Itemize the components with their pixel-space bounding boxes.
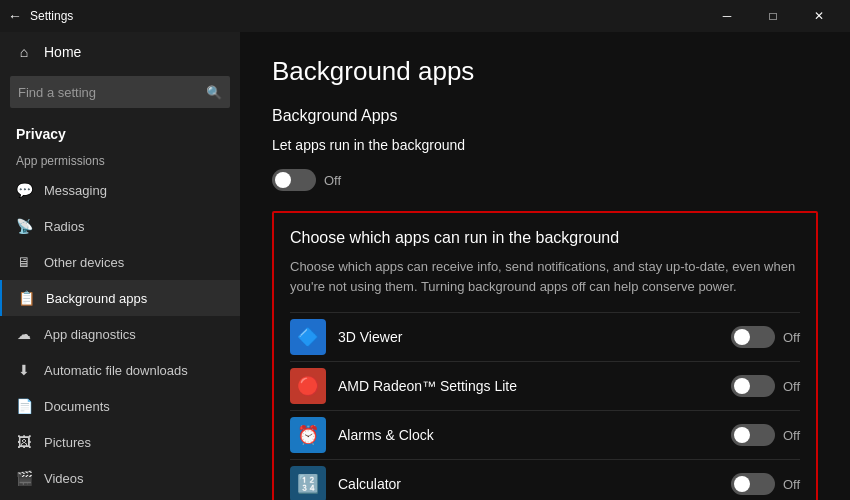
sidebar-item-other-devices[interactable]: 🖥 Other devices bbox=[0, 244, 240, 280]
sidebar-item-label: Other devices bbox=[44, 255, 124, 270]
main-toggle-wrap[interactable]: Off bbox=[272, 169, 818, 191]
auto-downloads-icon: ⬇ bbox=[16, 362, 32, 378]
app-item-3d-viewer: 🔷 3D Viewer Off bbox=[290, 312, 800, 361]
title-bar: ← Settings ─ □ ✕ bbox=[0, 0, 850, 32]
app-toggle-calculator[interactable]: Off bbox=[731, 473, 800, 495]
app-name-3d-viewer: 3D Viewer bbox=[338, 329, 731, 345]
videos-icon: 🎬 bbox=[16, 470, 32, 486]
toggle-state-amd-radeon: Off bbox=[783, 379, 800, 394]
sidebar-item-label: Documents bbox=[44, 399, 110, 414]
toggle-state-3d-viewer: Off bbox=[783, 330, 800, 345]
main-toggle-state: Off bbox=[324, 173, 341, 188]
sidebar-item-auto-downloads[interactable]: ⬇ Automatic file downloads bbox=[0, 352, 240, 388]
app-name-alarms-clock: Alarms & Clock bbox=[338, 427, 731, 443]
main-toggle-switch[interactable] bbox=[272, 169, 316, 191]
sidebar-item-label: App diagnostics bbox=[44, 327, 136, 342]
sidebar: ⌂ Home 🔍 Privacy App permissions 💬 Messa… bbox=[0, 32, 240, 500]
sidebar-item-home[interactable]: ⌂ Home bbox=[0, 32, 240, 72]
radios-icon: 📡 bbox=[16, 218, 32, 234]
app-toggle-alarms-clock[interactable]: Off bbox=[731, 424, 800, 446]
sidebar-item-documents[interactable]: 📄 Documents bbox=[0, 388, 240, 424]
minimize-button[interactable]: ─ bbox=[704, 0, 750, 32]
documents-icon: 📄 bbox=[16, 398, 32, 414]
section-title: Background Apps bbox=[272, 107, 818, 125]
app-name-calculator: Calculator bbox=[338, 476, 731, 492]
other-devices-icon: 🖥 bbox=[16, 254, 32, 270]
sidebar-home-label: Home bbox=[44, 44, 81, 60]
sidebar-item-label: Background apps bbox=[46, 291, 147, 306]
toggle-switch-calculator[interactable] bbox=[731, 473, 775, 495]
pictures-icon: 🖼 bbox=[16, 434, 32, 450]
app-item-amd-radeon: 🔴 AMD Radeon™ Settings Lite Off bbox=[290, 361, 800, 410]
app-icon-alarms-clock: ⏰ bbox=[290, 417, 326, 453]
sidebar-item-videos[interactable]: 🎬 Videos bbox=[0, 460, 240, 496]
sidebar-item-background-apps[interactable]: 📋 Background apps bbox=[0, 280, 240, 316]
app-item-alarms-clock: ⏰ Alarms & Clock Off bbox=[290, 410, 800, 459]
background-apps-icon: 📋 bbox=[18, 290, 34, 306]
search-input[interactable] bbox=[18, 85, 206, 100]
close-button[interactable]: ✕ bbox=[796, 0, 842, 32]
app-item-calculator: 🔢 Calculator Off bbox=[290, 459, 800, 500]
app-icon-3d-viewer: 🔷 bbox=[290, 319, 326, 355]
toggle-switch-3d-viewer[interactable] bbox=[731, 326, 775, 348]
window-controls: ─ □ ✕ bbox=[704, 0, 842, 32]
main-toggle-row: Let apps run in the background bbox=[272, 137, 818, 153]
sidebar-item-app-diagnostics[interactable]: ☁ App diagnostics bbox=[0, 316, 240, 352]
messaging-icon: 💬 bbox=[16, 182, 32, 198]
sidebar-item-messaging[interactable]: 💬 Messaging bbox=[0, 172, 240, 208]
app-name-amd-radeon: AMD Radeon™ Settings Lite bbox=[338, 378, 731, 394]
sidebar-item-label: Radios bbox=[44, 219, 84, 234]
toggle-state-calculator: Off bbox=[783, 477, 800, 492]
privacy-label: Privacy bbox=[0, 118, 240, 146]
background-apps-selection-box: Choose which apps can run in the backgro… bbox=[272, 211, 818, 500]
red-box-description: Choose which apps can receive info, send… bbox=[290, 257, 800, 296]
app-permissions-label: App permissions bbox=[0, 146, 240, 172]
toggle-switch-alarms-clock[interactable] bbox=[731, 424, 775, 446]
red-box-title: Choose which apps can run in the backgro… bbox=[290, 229, 800, 247]
sidebar-item-label: Pictures bbox=[44, 435, 91, 450]
app-toggle-3d-viewer[interactable]: Off bbox=[731, 326, 800, 348]
sidebar-search-box[interactable]: 🔍 bbox=[10, 76, 230, 108]
sidebar-item-label: Automatic file downloads bbox=[44, 363, 188, 378]
toggle-switch-amd-radeon[interactable] bbox=[731, 375, 775, 397]
toggle-state-alarms-clock: Off bbox=[783, 428, 800, 443]
sidebar-item-radios[interactable]: 📡 Radios bbox=[0, 208, 240, 244]
sidebar-item-label: Messaging bbox=[44, 183, 107, 198]
title-bar-title: Settings bbox=[30, 9, 704, 23]
app-icon-calculator: 🔢 bbox=[290, 466, 326, 500]
sidebar-item-pictures[interactable]: 🖼 Pictures bbox=[0, 424, 240, 460]
search-icon: 🔍 bbox=[206, 85, 222, 100]
app-toggle-amd-radeon[interactable]: Off bbox=[731, 375, 800, 397]
back-button[interactable]: ← bbox=[8, 8, 22, 24]
app-icon-amd-radeon: 🔴 bbox=[290, 368, 326, 404]
maximize-button[interactable]: □ bbox=[750, 0, 796, 32]
sidebar-item-label: Videos bbox=[44, 471, 84, 486]
main-toggle-label: Let apps run in the background bbox=[272, 137, 465, 153]
app-diagnostics-icon: ☁ bbox=[16, 326, 32, 342]
main-layout: ⌂ Home 🔍 Privacy App permissions 💬 Messa… bbox=[0, 32, 850, 500]
home-icon: ⌂ bbox=[16, 44, 32, 60]
content-area: Background apps Background Apps Let apps… bbox=[240, 32, 850, 500]
page-title: Background apps bbox=[272, 56, 818, 87]
